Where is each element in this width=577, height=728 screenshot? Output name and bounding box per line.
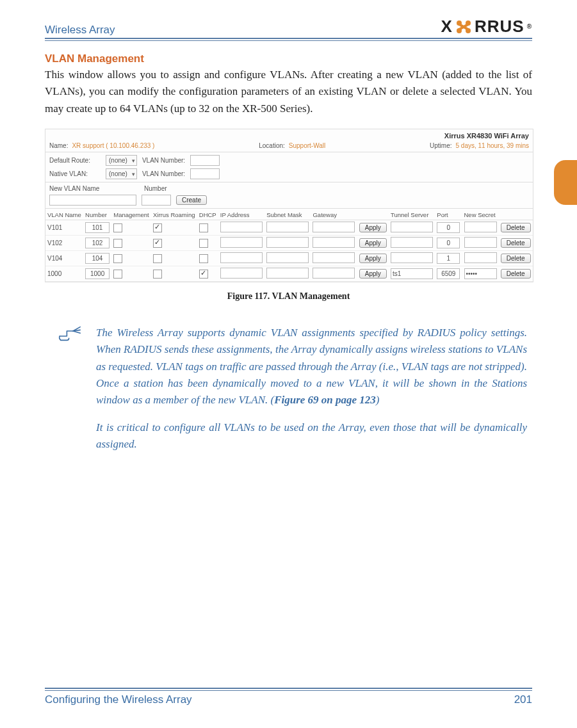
cell-ip	[218, 236, 264, 251]
cell-roaming	[151, 251, 197, 266]
roaming-checkbox[interactable]	[153, 270, 162, 279]
default-route-select[interactable]: (none)	[106, 155, 137, 166]
management-checkbox[interactable]	[113, 239, 122, 248]
apply-button[interactable]: Apply	[359, 238, 387, 248]
cell-mask	[264, 236, 311, 251]
th-dhcp: DHCP	[197, 210, 218, 220]
ip-input[interactable]	[220, 222, 263, 232]
secret-input[interactable]: •••••	[464, 268, 497, 279]
default-route-vlannum-input[interactable]	[190, 155, 220, 166]
note-fig-ref: Figure 69 on page 123	[274, 394, 376, 406]
number-input[interactable]: 101	[85, 222, 110, 233]
cell-gateway	[311, 220, 357, 236]
cell-port: 0	[435, 236, 462, 251]
apply-button[interactable]: Apply	[359, 254, 387, 263]
cell-port: 1	[435, 251, 462, 266]
mask-input[interactable]	[266, 222, 309, 232]
cell-dhcp	[197, 266, 218, 282]
th-number: Number	[83, 210, 111, 220]
cell-secret	[462, 251, 499, 266]
table-row: 10001000Applyts16509•••••Delete	[45, 266, 533, 282]
tunnel-input[interactable]	[391, 222, 433, 232]
header-left: Wireless Array	[45, 24, 115, 36]
mask-input[interactable]	[266, 268, 309, 279]
native-vlan-num-input[interactable]	[190, 168, 220, 179]
page: Wireless Array X RRUS ® VLAN Management …	[0, 0, 577, 728]
gateway-input[interactable]	[313, 222, 355, 232]
page-header: Wireless Array X RRUS ®	[45, 17, 532, 39]
th-ip-address: IP Address	[218, 210, 264, 220]
new-vlan-name-input[interactable]	[49, 195, 136, 206]
section-title: VLAN Management	[45, 53, 532, 65]
footer-left: Configuring the Wireless Array	[45, 693, 192, 706]
port-input[interactable]: 0	[437, 222, 460, 233]
gateway-input[interactable]	[313, 237, 355, 248]
management-checkbox[interactable]	[113, 223, 122, 232]
section-paragraph: This window allows you to assign and con…	[45, 67, 532, 117]
cell-port: 0	[435, 220, 462, 236]
apply-button[interactable]: Apply	[359, 223, 387, 232]
management-checkbox[interactable]	[113, 270, 122, 279]
gateway-input[interactable]	[313, 268, 355, 279]
ip-input[interactable]	[220, 237, 263, 248]
cell-tunnel	[389, 236, 435, 251]
footer-rule	[45, 688, 532, 691]
number-input[interactable]: 1000	[85, 268, 110, 279]
side-thumb-tab	[554, 160, 577, 205]
port-input[interactable]: 0	[437, 238, 460, 248]
cell-delete: Delete	[499, 251, 533, 266]
secret-input[interactable]	[464, 222, 497, 232]
th-new-secret: New Secret	[462, 210, 499, 220]
vlan-screenshot: Xirrus XR4830 WiFi Array Name: XR suppor…	[45, 129, 533, 282]
location-label: Location:	[259, 142, 285, 149]
ip-input[interactable]	[220, 268, 263, 279]
tunnel-input[interactable]	[391, 237, 433, 248]
tunnel-input[interactable]	[391, 252, 433, 263]
dhcp-checkbox[interactable]	[199, 223, 208, 232]
apply-button[interactable]: Apply	[359, 269, 387, 279]
secret-input[interactable]	[464, 252, 497, 263]
cell-secret: •••••	[462, 266, 499, 282]
cell-dhcp	[197, 236, 218, 251]
dhcp-checkbox[interactable]	[199, 254, 208, 263]
secret-input[interactable]	[464, 237, 497, 248]
management-checkbox[interactable]	[113, 254, 122, 263]
cell-management	[111, 220, 151, 236]
table-row: V101101Apply0Delete	[45, 220, 533, 236]
mask-input[interactable]	[266, 237, 309, 248]
delete-button[interactable]: Delete	[501, 223, 531, 232]
header-rule-thin	[45, 40, 532, 41]
native-vlan-label: Native VLAN:	[49, 170, 101, 177]
footer-page-number: 201	[514, 693, 532, 706]
cell-dhcp	[197, 251, 218, 266]
gateway-input[interactable]	[313, 252, 355, 263]
native-vlan-select[interactable]: (none)	[106, 168, 137, 179]
default-route-row: Default Route: (none) VLAN Number:	[45, 154, 533, 167]
tunnel-input[interactable]: ts1	[391, 268, 433, 279]
cell-secret	[462, 236, 499, 251]
port-input[interactable]: 1	[437, 253, 460, 264]
new-vlan-number-input[interactable]	[142, 195, 171, 206]
roaming-checkbox[interactable]	[153, 223, 162, 232]
dhcp-checkbox[interactable]	[199, 239, 208, 248]
number-input[interactable]: 102	[85, 238, 110, 248]
number-input[interactable]: 104	[85, 253, 110, 264]
dhcp-checkbox[interactable]	[199, 270, 208, 279]
cell-number: 1000	[83, 266, 111, 282]
cell-ip	[218, 220, 264, 236]
new-vlan-name-label: New VLAN Name	[49, 185, 139, 192]
table-row: V104104Apply1Delete	[45, 251, 533, 266]
th-subnet-mask: Subnet Mask	[264, 210, 311, 220]
port-input[interactable]: 6509	[437, 268, 460, 279]
create-button[interactable]: Create	[176, 195, 207, 205]
cell-gateway	[311, 266, 357, 282]
delete-button[interactable]: Delete	[501, 269, 531, 279]
cell-vlan-name: 1000	[45, 266, 83, 282]
delete-button[interactable]: Delete	[501, 254, 531, 263]
cell-mask	[264, 251, 311, 266]
roaming-checkbox[interactable]	[153, 239, 162, 248]
mask-input[interactable]	[266, 252, 309, 263]
delete-button[interactable]: Delete	[501, 238, 531, 248]
ip-input[interactable]	[220, 252, 263, 263]
roaming-checkbox[interactable]	[153, 254, 162, 263]
